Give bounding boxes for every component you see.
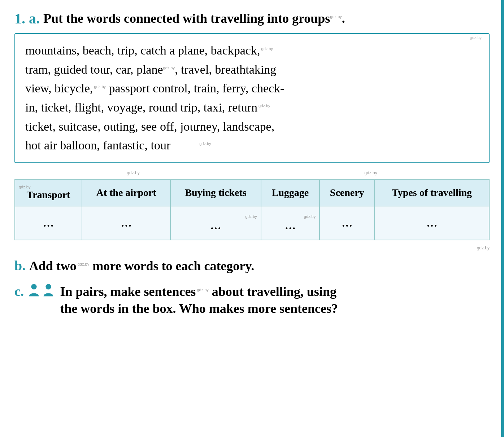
- section-letter-a: a.: [29, 11, 40, 27]
- table-header-row: gdz.by Transport At the airport Buying t…: [15, 179, 489, 206]
- section-b: b. Add two gdz.by more words to each cat…: [14, 258, 490, 274]
- header-luggage: Luggage: [261, 179, 320, 206]
- category-table: gdz.by Transport At the airport Buying t…: [14, 179, 490, 240]
- gdz-c: gdz.by: [196, 288, 208, 292]
- word-box: gdz.by mountains, beach, trip, catch a p…: [14, 33, 490, 163]
- header-tickets: Buying tickets: [170, 179, 261, 206]
- people-icons: [27, 283, 56, 298]
- gdz-w2: gdz.by: [163, 65, 175, 70]
- watermark-below-1: gdz.by: [127, 170, 139, 175]
- section-letter-c: c.: [14, 283, 24, 299]
- section-c: c. In pairs, make sentences gdz.by about…: [14, 283, 490, 317]
- table-row: … … gdz.by … gdz.by … … …: [15, 206, 489, 240]
- gdz-watermark-title: gdz.by: [330, 14, 342, 19]
- person-icon-2: [42, 283, 55, 298]
- section-b-text: Add two gdz.by more words to each catego…: [29, 258, 255, 274]
- gdz-w4: gdz.by: [257, 104, 270, 108]
- word-box-text: mountains, beach, trip, catch a plane, b…: [25, 41, 479, 155]
- cell-tickets: gdz.by …: [170, 206, 261, 240]
- header-scenery: Scenery: [320, 179, 374, 206]
- gdz-w1: gdz.by: [260, 47, 273, 51]
- cell-airport: …: [82, 206, 170, 240]
- svg-point-1: [46, 284, 51, 289]
- cell-scenery: …: [320, 206, 374, 240]
- person-icon-1: [27, 283, 40, 298]
- right-border-accent: [501, 0, 504, 437]
- cell-transport: …: [15, 206, 82, 240]
- gdz-cell-tickets: gdz.by: [174, 214, 257, 219]
- cell-travelling: …: [374, 206, 489, 240]
- bottom-watermark: gdz.by: [14, 245, 490, 250]
- watermark-below-2: gdz.by: [364, 170, 377, 175]
- gdz-w3: gdz.by: [93, 84, 106, 89]
- gdz-watermark-box-top: gdz.by: [470, 35, 482, 40]
- gdz-header-transport: gdz.by: [19, 185, 78, 189]
- gdz-b: gdz.by: [77, 262, 89, 266]
- svg-point-0: [31, 284, 37, 289]
- cell-luggage: gdz.by …: [261, 206, 320, 240]
- section-letter-b: b.: [14, 258, 26, 274]
- section-title: Put the words connected with travelling …: [43, 11, 490, 26]
- section-header: 1. a. Put the words connected with trave…: [14, 11, 490, 27]
- header-transport: gdz.by Transport: [15, 179, 82, 206]
- header-travelling: Types of travelling: [374, 179, 489, 206]
- section-number: 1.: [14, 11, 25, 27]
- header-airport: At the airport: [82, 179, 170, 206]
- gdz-w5: gdz.by: [199, 141, 211, 146]
- gdz-cell-luggage: gdz.by: [265, 214, 316, 219]
- section-c-text: In pairs, make sentences gdz.by about tr…: [60, 283, 490, 317]
- page-container: 1. a. Put the words connected with trave…: [14, 11, 490, 317]
- watermarks-row: gdz.by gdz.by: [14, 170, 490, 175]
